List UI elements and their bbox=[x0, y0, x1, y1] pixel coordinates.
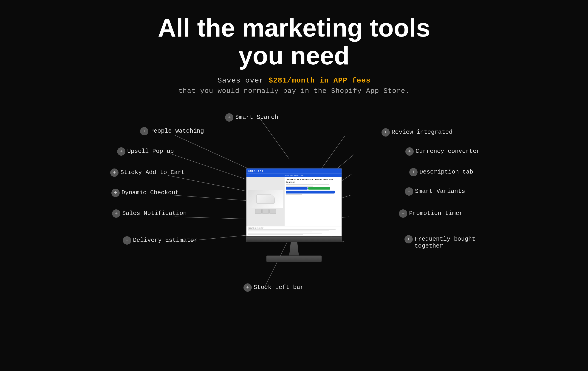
thumb-3 bbox=[269, 209, 276, 214]
monitor-stand-base bbox=[266, 256, 322, 262]
shopify-body: OFF-WHITE X AIR JORDAN 1 RETRO HIGH OG "… bbox=[246, 177, 342, 226]
delivery-estimator-icon: + bbox=[123, 236, 131, 245]
description-tab-icon: + bbox=[409, 168, 418, 176]
thumb-1 bbox=[255, 209, 262, 214]
feature-sales-notification[interactable]: + Sales Notification bbox=[112, 209, 187, 218]
monitor-chin bbox=[246, 237, 342, 242]
feature-description-tab[interactable]: + Description tab bbox=[409, 168, 473, 176]
feature-review-integrated[interactable]: + Review integrated bbox=[381, 128, 452, 137]
store-name: SNEAKERS bbox=[248, 170, 263, 172]
detail-line-3 bbox=[286, 194, 302, 195]
add-to-cart-btn-sm bbox=[286, 191, 335, 194]
smart-variants-label: Smart Variants bbox=[415, 187, 465, 195]
stock-left-bar-icon: + bbox=[243, 284, 252, 292]
frequently-bought-icon: + bbox=[404, 235, 413, 243]
date-box-2 bbox=[308, 187, 330, 190]
svg-line-2 bbox=[322, 136, 345, 168]
subtitle-highlight: $281/month in APP fees bbox=[269, 76, 370, 85]
shopify-page: SNEAKERS Home Men Women Sale bbox=[246, 168, 342, 236]
desc-line-5 bbox=[248, 234, 303, 235]
svg-line-0 bbox=[175, 135, 248, 168]
monitor-stand-neck bbox=[286, 242, 302, 256]
description-tab-label: Description tab bbox=[420, 168, 473, 175]
desc-line-2 bbox=[248, 230, 329, 231]
review-integrated-icon: + bbox=[381, 128, 390, 137]
feature-stock-left-bar[interactable]: + Stock Left bar bbox=[243, 284, 304, 292]
stock-left-bar-label: Stock Left bar bbox=[253, 284, 304, 291]
delivery-estimator-label: Delivery Estimator bbox=[133, 236, 198, 244]
date-row bbox=[286, 187, 340, 190]
detail-line-2 bbox=[286, 186, 313, 187]
feature-delivery-estimator[interactable]: + Delivery Estimator bbox=[123, 236, 198, 245]
product-thumbnails bbox=[255, 209, 276, 214]
desc-line-4 bbox=[248, 233, 322, 234]
sales-notification-label: Sales Notification bbox=[122, 209, 187, 217]
promotion-timer-label: Promotion timer bbox=[409, 209, 463, 217]
sticky-add-to-cart-label: Sticky Add to Cart bbox=[120, 168, 185, 176]
thumb-2 bbox=[262, 209, 269, 214]
monitor: SNEAKERS Home Men Women Sale bbox=[246, 168, 342, 262]
feature-smart-search[interactable]: + Smart Search bbox=[225, 113, 278, 122]
shopify-nav: Home Men Women Sale bbox=[246, 174, 342, 177]
feature-sticky-add-to-cart[interactable]: + Sticky Add to Cart bbox=[110, 168, 185, 177]
feature-smart-variants[interactable]: + Smart Variants bbox=[405, 187, 465, 196]
page-container: All the marketing tools you need Saves o… bbox=[0, 0, 588, 371]
feature-frequently-bought[interactable]: + Frequently bought together bbox=[404, 235, 475, 249]
feature-dynamic-checkout[interactable]: + Dynamic Checkout bbox=[111, 189, 179, 197]
smart-search-icon: + bbox=[225, 113, 233, 122]
shopify-header: SNEAKERS bbox=[246, 168, 342, 174]
subtitle-prefix: Saves over bbox=[218, 76, 269, 85]
currency-converter-label: Currency converter bbox=[416, 147, 480, 155]
sticky-add-to-cart-icon: + bbox=[110, 168, 118, 177]
upsell-popup-icon: + bbox=[117, 147, 126, 156]
sales-notification-icon: + bbox=[112, 209, 120, 218]
product-images bbox=[246, 177, 284, 226]
smart-search-label: Smart Search bbox=[235, 113, 278, 121]
smart-variants-icon: + bbox=[405, 187, 413, 196]
diagram-area: SNEAKERS Home Men Women Sale bbox=[87, 113, 501, 320]
svg-line-7 bbox=[170, 195, 248, 201]
feature-promotion-timer[interactable]: + Promotion timer bbox=[399, 209, 463, 218]
frequently-bought-label: Frequently bought together bbox=[415, 235, 475, 249]
review-integrated-label: Review integrated bbox=[392, 128, 452, 136]
desc-title: About this product bbox=[248, 227, 340, 229]
people-watching-label: People Watching bbox=[150, 127, 204, 134]
product-title-sm: OFF-WHITE X AIR JORDAN 1 RETRO HIGH OG "… bbox=[286, 179, 340, 180]
feature-currency-converter[interactable]: + Currency converter bbox=[405, 147, 480, 156]
monitor-screen: SNEAKERS Home Men Women Sale bbox=[246, 168, 342, 237]
detail-line-1 bbox=[286, 184, 329, 185]
shopify-description: About this product bbox=[246, 226, 342, 236]
upsell-popup-label: Upsell Pop up bbox=[127, 147, 174, 155]
feature-people-watching[interactable]: + People Watching bbox=[140, 127, 204, 135]
subtitle-savings: Saves over $281/month in APP fees bbox=[218, 76, 371, 85]
page-headline: All the marketing tools you need bbox=[133, 14, 455, 69]
desc-line-1 bbox=[248, 229, 336, 230]
people-watching-icon: + bbox=[140, 127, 148, 135]
subtitle-sub: that you would normally pay in the Shopi… bbox=[178, 87, 410, 95]
feature-upsell-popup[interactable]: + Upsell Pop up bbox=[117, 147, 174, 156]
product-main-image bbox=[248, 190, 283, 208]
svg-line-1 bbox=[260, 118, 289, 159]
date-box-1 bbox=[286, 187, 308, 190]
promotion-timer-icon: + bbox=[399, 209, 407, 218]
currency-converter-icon: + bbox=[405, 147, 414, 156]
product-price-sm: $9,986.00 bbox=[286, 181, 340, 184]
product-details: OFF-WHITE X AIR JORDAN 1 RETRO HIGH OG "… bbox=[284, 177, 342, 226]
dynamic-checkout-label: Dynamic Checkout bbox=[122, 189, 179, 196]
dynamic-checkout-icon: + bbox=[111, 189, 120, 197]
svg-line-5 bbox=[168, 175, 248, 191]
desc-line-3 bbox=[248, 232, 312, 232]
